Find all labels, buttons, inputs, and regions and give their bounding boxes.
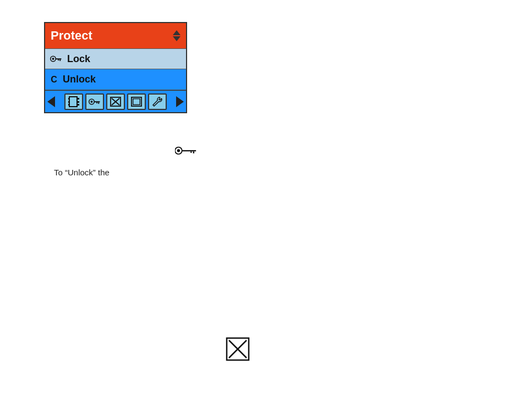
svg-rect-5 bbox=[69, 97, 77, 107]
svg-rect-14 bbox=[94, 101, 100, 102]
svg-rect-2 bbox=[56, 58, 61, 59]
header-arrows bbox=[173, 30, 181, 41]
panel-header: Protect bbox=[45, 23, 186, 48]
body-key-icon bbox=[175, 146, 197, 158]
arrow-down-icon[interactable] bbox=[173, 36, 181, 41]
body-text: To “Unlock” the bbox=[54, 168, 110, 177]
svg-rect-11 bbox=[78, 104, 79, 106]
svg-rect-8 bbox=[68, 104, 70, 106]
camera-menu-panel: Protect Lock C Unlock bbox=[44, 22, 187, 113]
lock-key-icon bbox=[48, 52, 64, 65]
unlock-instruction-text: To “Unlock” the bbox=[54, 168, 110, 177]
svg-point-1 bbox=[52, 58, 54, 60]
svg-point-13 bbox=[91, 101, 93, 103]
unlock-label: Unlock bbox=[63, 74, 96, 85]
film-icon-button[interactable] bbox=[64, 93, 83, 110]
svg-rect-21 bbox=[133, 98, 140, 104]
svg-rect-24 bbox=[182, 150, 196, 151]
rect-icon-button[interactable] bbox=[127, 93, 146, 110]
svg-rect-4 bbox=[58, 59, 59, 60]
unlock-prefix: C bbox=[48, 75, 59, 85]
svg-rect-9 bbox=[78, 98, 79, 100]
svg-rect-25 bbox=[193, 151, 194, 153]
toolbar-right-arrow-icon[interactable] bbox=[176, 96, 184, 107]
panel-toolbar bbox=[45, 90, 186, 112]
svg-rect-26 bbox=[190, 151, 192, 153]
menu-item-unlock[interactable]: C Unlock bbox=[45, 69, 186, 90]
key-icon-button[interactable] bbox=[85, 93, 104, 110]
svg-rect-3 bbox=[59, 59, 61, 61]
svg-rect-6 bbox=[68, 98, 70, 100]
wrench-icon-button[interactable] bbox=[148, 93, 167, 110]
toolbar-left-arrow-icon[interactable] bbox=[47, 96, 55, 107]
svg-rect-7 bbox=[68, 101, 70, 103]
svg-rect-15 bbox=[98, 102, 99, 104]
lock-label: Lock bbox=[67, 53, 90, 65]
panel-title: Protect bbox=[51, 29, 92, 43]
svg-point-23 bbox=[177, 149, 180, 152]
toolbar-icons bbox=[64, 93, 167, 110]
menu-item-lock[interactable]: Lock bbox=[45, 48, 186, 69]
svg-rect-16 bbox=[96, 102, 97, 103]
x-icon-button[interactable] bbox=[106, 93, 125, 110]
body-x-box-icon bbox=[226, 337, 250, 363]
arrow-up-icon[interactable] bbox=[173, 30, 181, 35]
svg-rect-10 bbox=[78, 101, 79, 103]
